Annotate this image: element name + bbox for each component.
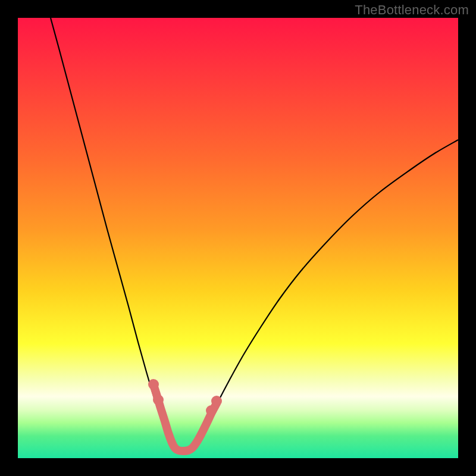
gradient-background bbox=[18, 18, 458, 458]
floor-dot bbox=[153, 394, 164, 405]
floor-dot bbox=[206, 405, 217, 416]
floor-dot bbox=[211, 396, 222, 406]
chart-svg bbox=[18, 18, 458, 458]
floor-dot bbox=[148, 379, 159, 390]
watermark-text: TheBottleneck.com bbox=[355, 2, 469, 18]
plot-area bbox=[18, 18, 458, 458]
outer-frame: TheBottleneck.com bbox=[0, 0, 476, 476]
